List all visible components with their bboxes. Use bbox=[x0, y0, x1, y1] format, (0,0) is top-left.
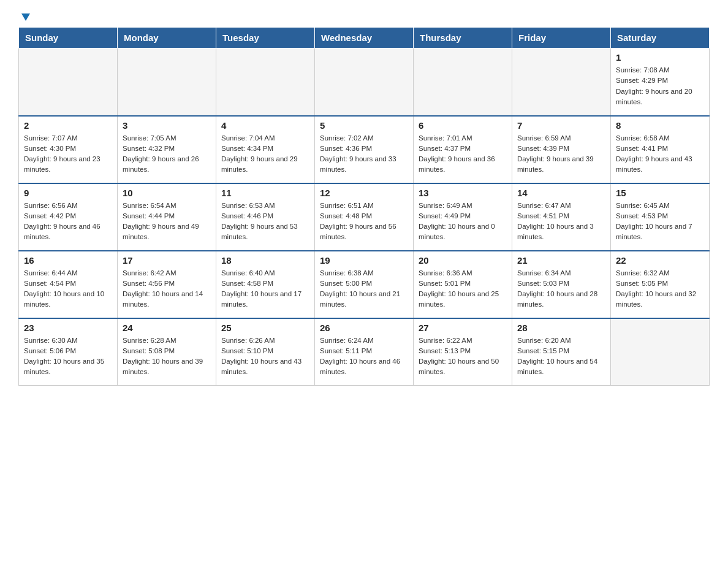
day-number: 13 bbox=[419, 188, 507, 198]
calendar-cell: 22Sunrise: 6:32 AMSunset: 5:05 PMDayligh… bbox=[611, 251, 710, 318]
day-info: Sunrise: 6:22 AMSunset: 5:13 PMDaylight:… bbox=[419, 335, 507, 378]
day-info: Sunrise: 6:24 AMSunset: 5:11 PMDaylight:… bbox=[320, 335, 408, 378]
day-info: Sunrise: 6:20 AMSunset: 5:15 PMDaylight:… bbox=[517, 335, 605, 378]
calendar-cell: 18Sunrise: 6:40 AMSunset: 4:58 PMDayligh… bbox=[216, 251, 315, 318]
calendar-cell: 25Sunrise: 6:26 AMSunset: 5:10 PMDayligh… bbox=[216, 318, 315, 386]
day-info: Sunrise: 6:30 AMSunset: 5:06 PMDaylight:… bbox=[24, 335, 112, 378]
calendar-header-friday: Friday bbox=[512, 28, 611, 48]
day-number: 21 bbox=[517, 255, 605, 266]
calendar-cell: 21Sunrise: 6:34 AMSunset: 5:03 PMDayligh… bbox=[512, 251, 611, 318]
day-number: 15 bbox=[616, 188, 704, 198]
calendar-header-thursday: Thursday bbox=[414, 28, 512, 48]
calendar-cell: 1Sunrise: 7:08 AMSunset: 4:29 PMDaylight… bbox=[611, 48, 710, 116]
calendar-cell: 15Sunrise: 6:45 AMSunset: 4:53 PMDayligh… bbox=[611, 183, 710, 251]
calendar-cell: 8Sunrise: 6:58 AMSunset: 4:41 PMDaylight… bbox=[611, 116, 710, 183]
day-info: Sunrise: 6:28 AMSunset: 5:08 PMDaylight:… bbox=[123, 335, 211, 378]
day-number: 28 bbox=[517, 323, 605, 333]
calendar-cell: 7Sunrise: 6:59 AMSunset: 4:39 PMDaylight… bbox=[512, 116, 611, 183]
day-info: Sunrise: 7:08 AMSunset: 4:29 PMDaylight:… bbox=[616, 65, 704, 107]
day-number: 9 bbox=[24, 188, 112, 198]
calendar-cell bbox=[19, 48, 118, 116]
day-number: 10 bbox=[123, 188, 211, 198]
logo bbox=[18, 12, 33, 21]
calendar-cell: 19Sunrise: 6:38 AMSunset: 5:00 PMDayligh… bbox=[315, 251, 414, 318]
day-info: Sunrise: 6:26 AMSunset: 5:10 PMDaylight:… bbox=[221, 335, 309, 378]
calendar-cell: 11Sunrise: 6:53 AMSunset: 4:46 PMDayligh… bbox=[216, 183, 315, 251]
calendar-cell bbox=[611, 318, 710, 386]
calendar-cell: 27Sunrise: 6:22 AMSunset: 5:13 PMDayligh… bbox=[414, 318, 512, 386]
day-number: 17 bbox=[123, 255, 211, 266]
day-info: Sunrise: 6:38 AMSunset: 5:00 PMDaylight:… bbox=[320, 268, 408, 310]
day-number: 7 bbox=[517, 120, 605, 131]
calendar-header-sunday: Sunday bbox=[19, 28, 118, 48]
day-info: Sunrise: 7:07 AMSunset: 4:30 PMDaylight:… bbox=[24, 133, 112, 175]
day-info: Sunrise: 7:04 AMSunset: 4:34 PMDaylight:… bbox=[221, 133, 309, 175]
calendar-cell: 13Sunrise: 6:49 AMSunset: 4:49 PMDayligh… bbox=[414, 183, 512, 251]
day-info: Sunrise: 6:34 AMSunset: 5:03 PMDaylight:… bbox=[517, 268, 605, 310]
calendar-week-row: 2Sunrise: 7:07 AMSunset: 4:30 PMDaylight… bbox=[19, 116, 710, 183]
day-number: 1 bbox=[616, 52, 704, 63]
day-info: Sunrise: 6:36 AMSunset: 5:01 PMDaylight:… bbox=[419, 268, 507, 310]
day-number: 2 bbox=[24, 120, 112, 131]
page-header bbox=[18, 12, 710, 21]
day-info: Sunrise: 6:45 AMSunset: 4:53 PMDaylight:… bbox=[616, 201, 704, 243]
day-info: Sunrise: 6:53 AMSunset: 4:46 PMDaylight:… bbox=[221, 201, 309, 243]
day-info: Sunrise: 6:49 AMSunset: 4:49 PMDaylight:… bbox=[419, 201, 507, 243]
calendar-cell: 20Sunrise: 6:36 AMSunset: 5:01 PMDayligh… bbox=[414, 251, 512, 318]
day-number: 14 bbox=[517, 188, 605, 198]
day-info: Sunrise: 6:42 AMSunset: 4:56 PMDaylight:… bbox=[123, 268, 211, 310]
calendar-cell: 3Sunrise: 7:05 AMSunset: 4:32 PMDaylight… bbox=[118, 116, 216, 183]
day-number: 25 bbox=[221, 323, 309, 333]
calendar-cell: 4Sunrise: 7:04 AMSunset: 4:34 PMDaylight… bbox=[216, 116, 315, 183]
day-info: Sunrise: 6:54 AMSunset: 4:44 PMDaylight:… bbox=[123, 201, 211, 243]
calendar-week-row: 1Sunrise: 7:08 AMSunset: 4:29 PMDaylight… bbox=[19, 48, 710, 116]
calendar-week-row: 9Sunrise: 6:56 AMSunset: 4:42 PMDaylight… bbox=[19, 183, 710, 251]
day-info: Sunrise: 6:47 AMSunset: 4:51 PMDaylight:… bbox=[517, 201, 605, 243]
calendar-week-row: 23Sunrise: 6:30 AMSunset: 5:06 PMDayligh… bbox=[19, 318, 710, 386]
day-number: 6 bbox=[419, 120, 507, 131]
day-info: Sunrise: 6:40 AMSunset: 4:58 PMDaylight:… bbox=[221, 268, 309, 310]
day-number: 20 bbox=[419, 255, 507, 266]
calendar-cell bbox=[118, 48, 216, 116]
calendar-cell: 6Sunrise: 7:01 AMSunset: 4:37 PMDaylight… bbox=[414, 116, 512, 183]
day-info: Sunrise: 6:32 AMSunset: 5:05 PMDaylight:… bbox=[616, 268, 704, 310]
calendar-table: SundayMondayTuesdayWednesdayThursdayFrid… bbox=[18, 27, 710, 386]
day-number: 18 bbox=[221, 255, 309, 266]
calendar-header-tuesday: Tuesday bbox=[216, 28, 315, 48]
calendar-cell: 24Sunrise: 6:28 AMSunset: 5:08 PMDayligh… bbox=[118, 318, 216, 386]
calendar-cell: 5Sunrise: 7:02 AMSunset: 4:36 PMDaylight… bbox=[315, 116, 414, 183]
calendar-cell: 23Sunrise: 6:30 AMSunset: 5:06 PMDayligh… bbox=[19, 318, 118, 386]
calendar-header-saturday: Saturday bbox=[611, 28, 710, 48]
calendar-cell: 28Sunrise: 6:20 AMSunset: 5:15 PMDayligh… bbox=[512, 318, 611, 386]
calendar-cell: 14Sunrise: 6:47 AMSunset: 4:51 PMDayligh… bbox=[512, 183, 611, 251]
calendar-cell: 17Sunrise: 6:42 AMSunset: 4:56 PMDayligh… bbox=[118, 251, 216, 318]
svg-marker-0 bbox=[21, 13, 30, 21]
day-number: 5 bbox=[320, 120, 408, 131]
day-number: 12 bbox=[320, 188, 408, 198]
day-info: Sunrise: 6:51 AMSunset: 4:48 PMDaylight:… bbox=[320, 201, 408, 243]
day-number: 4 bbox=[221, 120, 309, 131]
calendar-cell: 2Sunrise: 7:07 AMSunset: 4:30 PMDaylight… bbox=[19, 116, 118, 183]
day-number: 19 bbox=[320, 255, 408, 266]
day-info: Sunrise: 6:44 AMSunset: 4:54 PMDaylight:… bbox=[24, 268, 112, 310]
day-number: 16 bbox=[24, 255, 112, 266]
calendar-cell: 12Sunrise: 6:51 AMSunset: 4:48 PMDayligh… bbox=[315, 183, 414, 251]
calendar-cell bbox=[512, 48, 611, 116]
day-number: 8 bbox=[616, 120, 704, 131]
calendar-header-wednesday: Wednesday bbox=[315, 28, 414, 48]
day-number: 22 bbox=[616, 255, 704, 266]
calendar-header-row: SundayMondayTuesdayWednesdayThursdayFrid… bbox=[19, 28, 710, 48]
logo-triangle-icon bbox=[19, 11, 32, 25]
day-number: 27 bbox=[419, 323, 507, 333]
day-info: Sunrise: 6:56 AMSunset: 4:42 PMDaylight:… bbox=[24, 201, 112, 243]
calendar-header-monday: Monday bbox=[118, 28, 216, 48]
calendar-cell: 26Sunrise: 6:24 AMSunset: 5:11 PMDayligh… bbox=[315, 318, 414, 386]
calendar-week-row: 16Sunrise: 6:44 AMSunset: 4:54 PMDayligh… bbox=[19, 251, 710, 318]
calendar-cell bbox=[414, 48, 512, 116]
day-number: 11 bbox=[221, 188, 309, 198]
calendar-cell: 16Sunrise: 6:44 AMSunset: 4:54 PMDayligh… bbox=[19, 251, 118, 318]
day-number: 26 bbox=[320, 323, 408, 333]
calendar-cell bbox=[315, 48, 414, 116]
day-info: Sunrise: 7:02 AMSunset: 4:36 PMDaylight:… bbox=[320, 133, 408, 175]
day-number: 24 bbox=[123, 323, 211, 333]
